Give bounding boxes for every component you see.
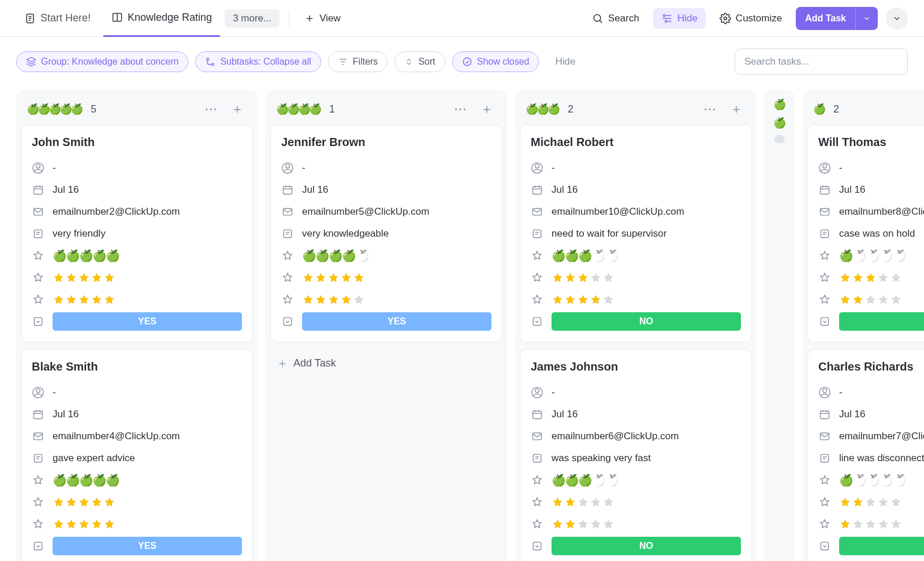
answer-tag[interactable]: NO: [839, 537, 924, 555]
column-menu-icon[interactable]: ⋯: [700, 102, 721, 117]
sort-chip[interactable]: Sort: [394, 51, 445, 72]
answer-field: NO: [818, 535, 924, 557]
collapsed-column[interactable]: 🍏 🍏: [765, 90, 795, 561]
rating-stars-1: [531, 267, 741, 289]
group-chip[interactable]: Group: Knowledge about concern: [16, 51, 188, 72]
date-field: Jul 16: [531, 179, 741, 201]
search-tasks-input[interactable]: Search tasks...: [735, 48, 908, 75]
rating-apples: 🍏🍏🍏🍏🍏: [531, 245, 741, 267]
tab-label: Start Here!: [40, 12, 91, 24]
column-header: 🍏🍏🍏🍏 1 ⋯ ＋: [270, 95, 502, 125]
email-field: emailnumber2@ClickUp.com: [32, 201, 242, 223]
column-count: 5: [91, 103, 96, 115]
label: Sort: [418, 57, 435, 67]
assignee-field: -: [281, 157, 491, 179]
rating-stars-2: [32, 513, 242, 535]
divider: [289, 10, 289, 27]
rating-stars-1: [281, 267, 491, 289]
column-menu-icon[interactable]: ⋯: [450, 102, 471, 117]
date-field: Jul 16: [32, 403, 242, 425]
apple-icon: 🍏: [773, 98, 786, 111]
assignee-field: -: [32, 382, 242, 403]
add-task-row[interactable]: Add Task: [270, 349, 502, 377]
task-card[interactable]: Michael Robert - Jul 16 emailnumber10@Cl…: [520, 125, 752, 342]
rating-stars-1: [32, 267, 242, 289]
answer-tag[interactable]: YES: [53, 537, 242, 555]
rating-stars-2: [531, 289, 741, 311]
more-menu-button[interactable]: [886, 8, 908, 29]
note-field: very knowledgeable: [281, 223, 491, 245]
main-toolbar: Start Here! Knowledge Rating 3 more... V…: [0, 0, 924, 37]
label: Subtasks: Collapse all: [220, 57, 311, 67]
filter-bar: Group: Knowledge about concern Subtasks:…: [0, 37, 924, 81]
task-card[interactable]: James Johnson - Jul 16 emailnumber6@Clic…: [520, 349, 752, 561]
column-add-icon[interactable]: ＋: [726, 100, 746, 118]
task-card[interactable]: Will Thomas - Jul 16 emailnumber8@ClickU…: [807, 125, 924, 342]
assignee-field: -: [818, 382, 924, 403]
column-rating: 🍏🍏🍏: [526, 103, 558, 115]
rating-stars-2: [818, 289, 924, 311]
tab-label: Knowledge Rating: [128, 12, 212, 24]
card-title: Blake Smith: [32, 360, 242, 373]
column-header: 🍏🍏🍏🍏🍏 5 ⋯ ＋: [21, 95, 253, 125]
answer-field: NO: [531, 311, 741, 332]
answer-tag[interactable]: NO: [552, 537, 741, 555]
date-field: Jul 16: [281, 179, 491, 201]
board-column: 🍏🍏🍏🍏 1 ⋯ ＋ Jennifer Brown - Jul 16 email…: [266, 90, 507, 561]
rating-stars-1: [32, 491, 242, 513]
answer-tag[interactable]: NO: [839, 312, 924, 331]
column-count: 2: [833, 103, 839, 115]
answer-tag[interactable]: YES: [302, 312, 491, 331]
column-add-icon[interactable]: ＋: [228, 100, 247, 118]
count-pill: [774, 135, 785, 143]
email-field: emailnumber10@ClickUp.com: [531, 201, 741, 223]
task-card[interactable]: Charles Richards - Jul 16 emailnumber7@C…: [807, 349, 924, 561]
label: Group: Knowledge about concern: [41, 57, 178, 67]
rating-stars-1: [531, 491, 741, 513]
add-task-dropdown[interactable]: [855, 7, 878, 30]
subtasks-chip[interactable]: Subtasks: Collapse all: [195, 51, 321, 72]
email-field: emailnumber5@ClickUp.com: [281, 201, 491, 223]
column-menu-icon[interactable]: ⋯: [201, 102, 222, 117]
rating-apples: 🍏🍏🍏🍏🍏: [32, 469, 242, 491]
customize-button[interactable]: Customize: [714, 9, 788, 28]
add-task-button[interactable]: Add Task: [796, 7, 855, 30]
board-column: 🍏🍏🍏 2 ⋯ ＋ Michael Robert - Jul 16 emailn…: [515, 90, 757, 561]
note-field: gave expert advice: [32, 447, 242, 469]
card-title: Michael Robert: [531, 136, 741, 149]
hide-link[interactable]: Hide: [546, 56, 584, 68]
placeholder: Search tasks...: [744, 56, 809, 68]
column-count: 2: [568, 103, 573, 115]
column-add-icon[interactable]: ＋: [477, 100, 497, 118]
rating-apples: 🍏🍏🍏🍏🍏: [281, 245, 491, 267]
task-card[interactable]: Jennifer Brown - Jul 16 emailnumber5@Cli…: [270, 125, 502, 342]
hide-button[interactable]: Hide: [653, 8, 706, 29]
rating-apples: 🍏🍏🍏🍏🍏: [32, 245, 242, 267]
add-task-split-button: Add Task: [796, 7, 878, 30]
date-field: Jul 16: [32, 179, 242, 201]
task-card[interactable]: John Smith - Jul 16 emailnumber2@ClickUp…: [21, 125, 253, 342]
answer-tag[interactable]: NO: [552, 312, 741, 331]
label: Hide: [677, 13, 698, 24]
search-button[interactable]: Search: [586, 9, 645, 28]
email-field: emailnumber6@ClickUp.com: [531, 425, 741, 447]
email-field: emailnumber7@ClickUp.com: [818, 425, 924, 447]
assignee-field: -: [531, 157, 741, 179]
tab-knowledge-rating[interactable]: Knowledge Rating: [103, 0, 220, 37]
label: View: [319, 13, 341, 24]
rating-stars-2: [818, 513, 924, 535]
assignee-field: -: [32, 157, 242, 179]
answer-tag[interactable]: YES: [53, 312, 242, 331]
column-count: 1: [329, 103, 335, 115]
show-closed-chip[interactable]: Show closed: [452, 51, 539, 72]
rating-stars-1: [818, 267, 924, 289]
rating-stars-2: [32, 289, 242, 311]
tab-start-here[interactable]: Start Here!: [16, 0, 99, 37]
more-tabs-badge[interactable]: 3 more...: [225, 9, 280, 28]
add-view-button[interactable]: View: [299, 9, 346, 28]
rating-apples: 🍏🍏🍏🍏🍏: [531, 469, 741, 491]
assignee-field: -: [531, 382, 741, 403]
task-card[interactable]: Blake Smith - Jul 16 emailnumber4@ClickU…: [21, 349, 253, 561]
date-field: Jul 16: [818, 403, 924, 425]
filters-chip[interactable]: Filters: [328, 51, 388, 72]
